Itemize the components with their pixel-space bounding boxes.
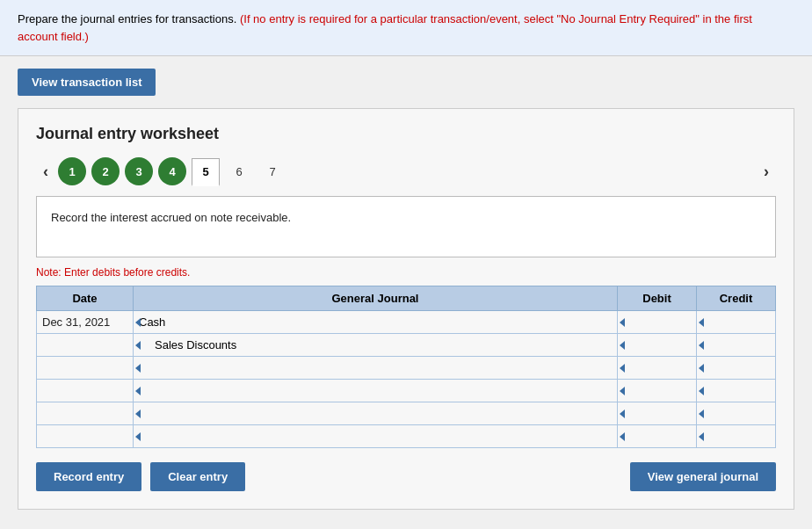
credit-input-6[interactable]: [697, 425, 775, 447]
triangle-icon-4: [135, 387, 141, 395]
tab-4[interactable]: 4: [158, 157, 186, 185]
credit-input-1[interactable]: [697, 311, 775, 333]
triangle-icon-debit-1: [620, 318, 625, 327]
triangle-icon-credit-2: [699, 341, 704, 350]
account-input-6[interactable]: [134, 425, 617, 447]
triangle-icon-debit-6: [620, 432, 625, 441]
debit-cell-1[interactable]: [618, 311, 697, 334]
table-row: [37, 334, 776, 357]
triangle-icon-credit-5: [699, 409, 704, 418]
credit-cell-3[interactable]: [697, 357, 776, 380]
credit-input-5[interactable]: [697, 402, 775, 424]
account-input-4[interactable]: [134, 380, 617, 402]
tab-next-button[interactable]: ›: [757, 159, 776, 185]
description-box: Record the interest accrued on note rece…: [36, 196, 776, 257]
tab-6[interactable]: 6: [225, 157, 253, 185]
account-cell-6[interactable]: [134, 425, 618, 448]
debit-input-2[interactable]: [618, 334, 696, 356]
table-row: [37, 380, 776, 402]
table-row: [37, 357, 776, 380]
triangle-icon-debit-3: [620, 364, 625, 373]
worksheet-container: Journal entry worksheet ‹ 1 2 3 4 5 6 7 …: [18, 108, 794, 510]
clear-entry-button[interactable]: Clear entry: [150, 462, 245, 491]
triangle-icon-credit-4: [699, 387, 704, 395]
tab-prev-button[interactable]: ‹: [36, 159, 55, 185]
debit-input-6[interactable]: [618, 425, 696, 447]
col-header-date: Date: [37, 286, 134, 311]
debit-cell-4[interactable]: [618, 380, 697, 402]
col-header-credit: Credit: [697, 286, 776, 311]
instruction-main: Prepare the journal entries for transact…: [18, 12, 236, 25]
credit-input-4[interactable]: [697, 380, 775, 402]
credit-cell-1[interactable]: [697, 311, 776, 334]
date-cell-1: Dec 31, 2021: [37, 311, 134, 334]
tab-1[interactable]: 1: [58, 157, 86, 185]
triangle-icon-credit-3: [699, 364, 704, 373]
note-text: Note: Enter debits before credits.: [36, 266, 776, 279]
credit-cell-4[interactable]: [697, 380, 776, 402]
credit-cell-5[interactable]: [697, 402, 776, 425]
view-general-journal-button[interactable]: View general journal: [630, 462, 776, 491]
debit-cell-3[interactable]: [618, 357, 697, 380]
debit-input-3[interactable]: [618, 357, 696, 379]
account-input-5[interactable]: [134, 402, 617, 424]
account-input-2[interactable]: [149, 334, 617, 356]
triangle-icon-debit-5: [620, 409, 625, 418]
view-transaction-list-button[interactable]: View transaction list: [18, 69, 156, 96]
tab-3[interactable]: 3: [125, 157, 153, 185]
date-cell-3: [37, 357, 134, 380]
tab-2[interactable]: 2: [91, 157, 120, 185]
triangle-icon-2: [135, 341, 141, 350]
date-cell-2: [37, 334, 134, 357]
account-cell-2[interactable]: [134, 334, 618, 357]
table-row: [37, 425, 776, 448]
date-cell-4: [37, 380, 134, 402]
col-header-debit: Debit: [618, 286, 697, 311]
credit-input-3[interactable]: [697, 357, 775, 379]
tab-5[interactable]: 5: [192, 158, 220, 186]
account-cell-3[interactable]: [134, 357, 618, 380]
triangle-icon-debit-2: [620, 341, 625, 350]
tabs-row: ‹ 1 2 3 4 5 6 7 ›: [36, 157, 776, 185]
credit-cell-2[interactable]: [697, 334, 776, 357]
credit-cell-6[interactable]: [697, 425, 776, 448]
credit-input-2[interactable]: [697, 334, 775, 356]
triangle-icon-credit-6: [699, 432, 704, 441]
date-cell-6: [37, 425, 134, 448]
debit-cell-2[interactable]: [618, 334, 697, 357]
triangle-icon-3: [135, 364, 141, 373]
triangle-icon-5: [135, 409, 141, 418]
account-cell-5[interactable]: [134, 402, 618, 425]
debit-input-1[interactable]: [618, 311, 696, 333]
triangle-icon-6: [135, 432, 141, 441]
record-entry-button[interactable]: Record entry: [36, 462, 141, 491]
buttons-row: Record entry Clear entry View general jo…: [36, 462, 776, 491]
debit-input-5[interactable]: [618, 402, 696, 424]
journal-table: Date General Journal Debit Credit Dec 31…: [36, 286, 776, 448]
tab-7[interactable]: 7: [258, 157, 286, 185]
col-header-general-journal: General Journal: [134, 286, 618, 311]
triangle-icon-1: [135, 318, 141, 327]
account-cell-1[interactable]: [134, 311, 618, 334]
account-cell-4[interactable]: [134, 380, 618, 402]
account-input-1[interactable]: [134, 311, 617, 333]
worksheet-title: Journal entry worksheet: [36, 125, 776, 143]
table-row: [37, 402, 776, 425]
triangle-icon-debit-4: [620, 387, 625, 395]
debit-input-4[interactable]: [618, 380, 696, 402]
debit-cell-6[interactable]: [618, 425, 697, 448]
debit-cell-5[interactable]: [618, 402, 697, 425]
description-text: Record the interest accrued on note rece…: [51, 211, 291, 224]
triangle-icon-credit-1: [699, 318, 704, 327]
table-row: Dec 31, 2021: [37, 311, 776, 334]
account-input-3[interactable]: [134, 357, 617, 379]
date-cell-5: [37, 402, 134, 425]
top-instruction: Prepare the journal entries for transact…: [0, 0, 812, 56]
